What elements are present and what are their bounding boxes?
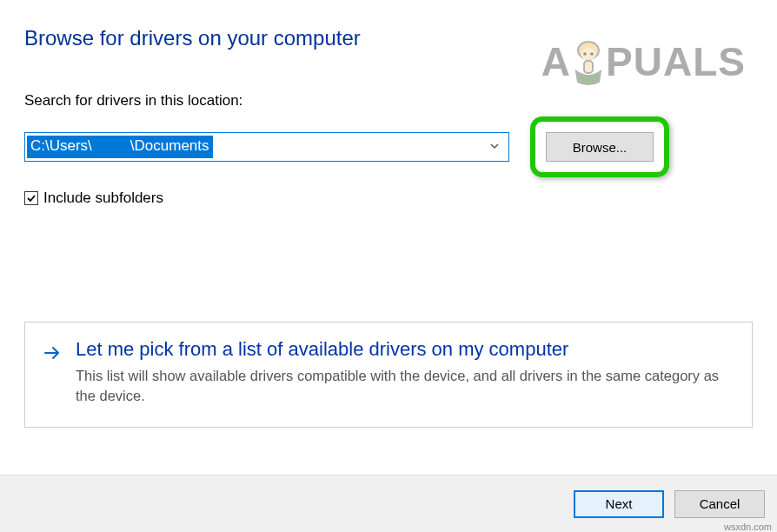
driver-path-value: C:\Users\\Documents	[27, 136, 213, 158]
checkmark-icon	[26, 193, 37, 203]
next-button[interactable]: Next	[574, 490, 664, 518]
page-title: Browse for drivers on your computer	[0, 0, 777, 50]
pick-from-list-title: Let me pick from a list of available dri…	[76, 338, 734, 361]
chevron-down-icon[interactable]	[489, 139, 500, 155]
include-subfolders-checkbox[interactable]	[24, 191, 38, 205]
dialog-footer: Next Cancel	[0, 475, 777, 532]
browse-button[interactable]: Browse...	[546, 132, 654, 162]
pick-from-list-option[interactable]: Let me pick from a list of available dri…	[24, 322, 753, 428]
pick-from-list-description: This list will show available drivers co…	[76, 366, 734, 406]
arrow-right-icon	[43, 343, 62, 366]
driver-path-combobox[interactable]: C:\Users\\Documents	[24, 132, 509, 162]
browse-highlight-annotation: Browse...	[530, 116, 669, 177]
include-subfolders-label: Include subfolders	[43, 190, 163, 207]
search-location-label: Search for drivers in this location:	[0, 50, 777, 110]
source-attribution: wsxdn.com	[724, 522, 772, 532]
cancel-button[interactable]: Cancel	[674, 490, 765, 518]
